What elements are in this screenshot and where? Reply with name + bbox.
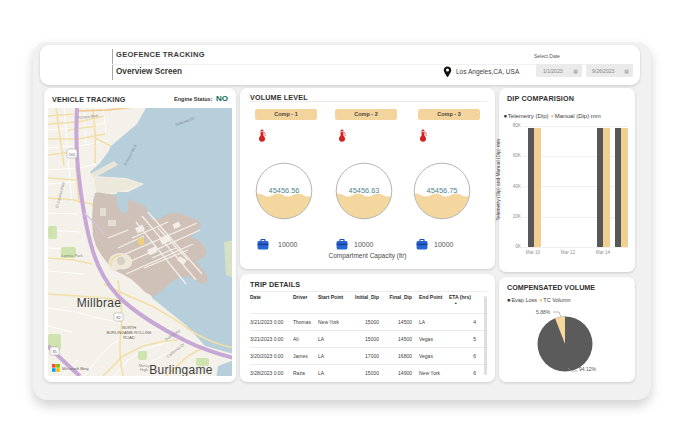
svg-text:45456.56: 45456.56 bbox=[269, 186, 300, 195]
svg-text:Microsoft Bing: Microsoft Bing bbox=[62, 366, 89, 371]
svg-text:82: 82 bbox=[116, 315, 121, 320]
svg-text:45456.63: 45456.63 bbox=[349, 186, 380, 195]
svg-text:Burlingame: Burlingame bbox=[149, 363, 213, 376]
svg-text:ROAD: ROAD bbox=[123, 335, 135, 340]
svg-text:High: High bbox=[140, 368, 148, 372]
svg-text:Millbrae: Millbrae bbox=[77, 296, 121, 310]
svg-text:45456.75: 45456.75 bbox=[427, 186, 458, 195]
svg-text:35: 35 bbox=[52, 349, 57, 354]
svg-text:Lomita Park: Lomita Park bbox=[61, 253, 82, 258]
svg-text:101: 101 bbox=[69, 152, 76, 157]
